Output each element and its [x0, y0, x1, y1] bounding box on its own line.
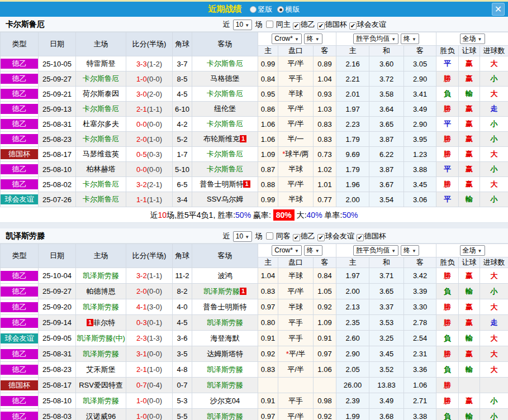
avg-home-cell: 1.96	[336, 177, 369, 192]
league-filter-label: 德国杯	[325, 20, 347, 28]
score-cell: 2-0(1-0)	[126, 132, 173, 147]
orientation-radio-vertical[interactable]	[250, 6, 257, 13]
games-label: 场	[253, 20, 263, 28]
avg-draw-cell: 3.65	[369, 117, 404, 132]
team2-name: 凯泽斯劳滕	[6, 228, 45, 244]
chevron-down-icon: ▼	[391, 37, 396, 42]
handicap-name: 平/半	[287, 180, 304, 188]
away-odds-cell: 0.91	[314, 331, 336, 346]
score-cell: 1-0(0-0)	[126, 393, 173, 409]
result-cell: 平	[436, 56, 459, 71]
away-team-cell: 卡尔斯鲁厄	[192, 87, 258, 102]
halftime-score: (0-0)	[147, 120, 162, 128]
handicap-name: 平/半	[287, 412, 304, 420]
radio-vertical-label[interactable]: 竖版	[258, 4, 273, 15]
date-cell: 25-10-05	[39, 56, 76, 71]
result-cell: 平	[436, 162, 459, 177]
final-odds-dropdown[interactable]: 终▼	[304, 245, 322, 256]
match-count-select[interactable]: 10▼	[233, 20, 252, 30]
avg-home-cell: 26.00	[336, 378, 369, 393]
away-odds-cell: 0.92	[314, 409, 336, 420]
handicap-name: 平/半	[287, 365, 304, 374]
league-filter-checkbox[interactable]: ✔	[317, 22, 325, 30]
match-row: 德乙25-08-10凯泽斯劳滕1-0(0-0)5-3沙尔克040.91平手0.9…	[1, 393, 508, 409]
matches-table: 类型日期主场比分(半场)角球客场Crow*▼终▼胜平负均值▼终▼全场▼主盘口客主…	[0, 32, 508, 207]
match-row: 德乙25-08-31杜塞尔多夫0-0(0-0)4-2卡尔斯鲁厄1.06平/半0.…	[1, 117, 508, 132]
halftime-score: (1-2)	[147, 60, 162, 68]
avg-odds-dropdown[interactable]: 胜平负均值▼	[353, 245, 398, 256]
final-avg-dropdown[interactable]: 终▼	[401, 245, 419, 256]
avg-odds-header: 胜平负均值▼终▼	[336, 244, 436, 257]
avg-away-cell: 3.38	[404, 409, 436, 420]
handicap-name: 半球	[288, 165, 303, 173]
league-pill: 德乙	[1, 302, 38, 312]
date-cell: 25-09-14	[39, 315, 76, 331]
corners-cell: 8-5	[173, 71, 192, 87]
avg-away-cell: 3.42	[404, 268, 436, 284]
home-team-name: 凯泽斯劳滕	[83, 271, 119, 280]
league-filter-checkbox[interactable]: ✔	[317, 234, 325, 241]
odds-source-dropdown[interactable]: Crow*▼	[272, 245, 302, 256]
close-button[interactable]: ✕	[492, 3, 505, 16]
date-cell: 25-09-20	[39, 299, 76, 315]
avg-draw-cell: 3.54	[369, 192, 404, 207]
away-team-cell: 卡尔斯鲁厄	[192, 56, 258, 71]
away-team-name: 凯泽斯劳滕	[207, 365, 243, 374]
avg-draw-cell: 6.22	[369, 147, 404, 162]
date-cell: 25-09-21	[39, 87, 76, 102]
league-pill: 德乙	[1, 89, 38, 99]
handicap-name: 半/一	[287, 135, 304, 143]
away-team-name: 凯泽斯劳滕	[207, 412, 243, 420]
home-team-cell: 凯泽斯劳滕	[76, 346, 126, 362]
final-odds-dropdown[interactable]: 终▼	[304, 34, 322, 44]
league-filter-checkbox[interactable]: ✔	[357, 234, 364, 241]
scope-dropdown[interactable]: 全场▼	[460, 245, 485, 256]
scope-dropdown[interactable]: 全场▼	[460, 34, 485, 44]
halftime-score: (1-1)	[147, 105, 162, 113]
same-venue-checkbox[interactable]	[266, 21, 273, 28]
avg-odds-dropdown[interactable]: 胜平负均值▼	[353, 34, 398, 44]
away-team-name: 沙尔克04	[210, 397, 240, 405]
goals-cell: 大	[480, 87, 508, 102]
away-team-cell: 卡尔斯鲁厄	[192, 147, 258, 162]
radio-horizontal-label[interactable]: 横版	[286, 4, 300, 15]
chevron-down-icon: ▼	[315, 249, 320, 254]
handicap-cell: 平手	[278, 315, 314, 331]
halftime-score: (1-3)	[147, 334, 162, 342]
handicap-result-cell: 輸	[459, 409, 480, 420]
scope-header: 全场▼	[436, 244, 508, 257]
home-team-name: 卡尔斯鲁厄	[83, 180, 119, 188]
score-cell: 3-1(0-0)	[126, 346, 173, 362]
home-team-name: 卡尔斯鲁厄	[83, 104, 119, 113]
fulltime-score: 2-3	[136, 334, 147, 342]
home-odds-cell: 0.95	[258, 87, 278, 102]
corners-cell: 3-6	[173, 331, 192, 346]
score-cell: 3-2(1-1)	[126, 268, 173, 284]
league-pill: 德国杯	[1, 149, 38, 159]
league-filter-checkbox[interactable]: ✔	[349, 22, 357, 30]
match-count-select[interactable]: 10▼	[233, 231, 252, 242]
odds-source-dropdown[interactable]: Crow*▼	[272, 34, 302, 44]
orientation-radio-horizontal[interactable]	[277, 6, 284, 13]
final-avg-dropdown[interactable]: 终▼	[401, 34, 419, 44]
same-venue-label: 同主	[276, 20, 291, 28]
goals-cell: 小	[480, 284, 508, 299]
team1-matches-table: 类型日期主场比分(半场)角球客场Crow*▼终▼胜平负均值▼终▼全场▼主盘口客主…	[0, 32, 508, 207]
match-row: 德乙25-08-31凯泽斯劳滕3-1(0-0)3-5达姆斯塔特0.92*平/半0…	[1, 346, 508, 362]
league-cell: 德乙	[1, 56, 39, 71]
league-filter-checkbox[interactable]: ✔	[293, 22, 300, 30]
fulltime-score: 4-1	[136, 303, 147, 311]
home-team-name: 凯泽斯劳滕	[83, 303, 119, 311]
same-venue-checkbox[interactable]	[266, 232, 273, 240]
league-pill: 德乙	[1, 396, 38, 406]
column-header: 角球	[173, 244, 192, 268]
handicap-result-cell: 赢	[459, 71, 480, 87]
avg-draw-cell: 3.52	[369, 362, 404, 378]
score-cell: 4-1(3-0)	[126, 299, 173, 315]
home-odds-cell: 1.06	[258, 132, 278, 147]
date-cell: 25-08-03	[39, 409, 76, 420]
away-odds-cell: 1.06	[314, 362, 336, 378]
away-team-cell: 波鸿	[192, 268, 258, 284]
handicap-cell: 半球	[278, 192, 314, 207]
league-filter-checkbox[interactable]: ✔	[293, 234, 300, 241]
